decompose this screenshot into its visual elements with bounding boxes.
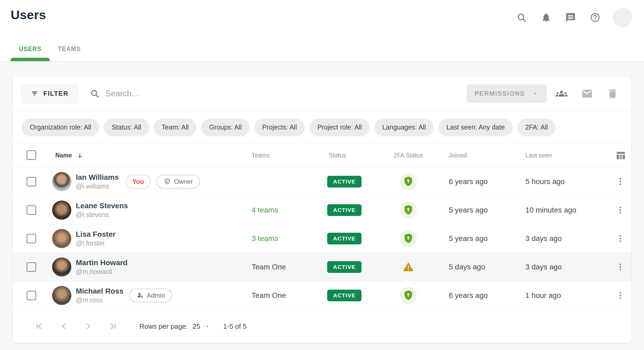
page-title: Users: [11, 7, 46, 22]
rows-per-page-label: Rows per page:: [139, 322, 188, 331]
chevron-down-icon: [532, 90, 539, 97]
status-badge: ACTIVE: [327, 290, 362, 301]
prev-page-icon[interactable]: [58, 320, 70, 332]
chip-groups[interactable]: Groups: All: [201, 119, 250, 136]
column-header-joined: Joined: [434, 152, 525, 159]
first-page-icon[interactable]: [34, 320, 45, 332]
row-menu-icon[interactable]: [616, 232, 629, 245]
last-page-icon[interactable]: [107, 320, 119, 332]
last-seen-cell: 1 hour ago: [525, 291, 613, 300]
joined-cell: 6 years ago: [434, 177, 525, 186]
table-row: Leane Stevens @l.stevens 4 teams ACTIVE …: [13, 196, 631, 224]
status-badge: ACTIVE: [327, 233, 362, 244]
mail-icon[interactable]: [580, 86, 595, 101]
table-row: Lisa Foster @l.forster 3 teams ACTIVE 5 …: [13, 224, 631, 253]
bulk-action-icons: [554, 86, 620, 101]
user-name: Michael Ross: [76, 286, 123, 296]
row-checkbox[interactable]: [27, 177, 36, 186]
user-cell: Michael Ross @m.ross Admin: [52, 286, 250, 305]
search-input[interactable]: [105, 89, 244, 98]
row-menu-icon[interactable]: [616, 175, 629, 188]
teams-cell: Team One: [250, 263, 327, 271]
chip-last-seen[interactable]: Last seen: Any date: [438, 119, 513, 136]
avatar: [52, 172, 71, 191]
help-icon[interactable]: [588, 11, 602, 24]
row-checkbox[interactable]: [27, 262, 36, 272]
rows-per-page-select[interactable]: 25: [193, 322, 210, 331]
user-handle: @m.howard: [76, 267, 127, 276]
row-menu-icon[interactable]: [616, 289, 629, 302]
row-checkbox[interactable]: [27, 234, 36, 243]
search-icon[interactable]: [515, 11, 529, 24]
status-badge: ACTIVE: [327, 261, 362, 273]
chip-languages[interactable]: Languages: All: [374, 119, 434, 136]
2fa-enabled-icon: [400, 287, 417, 304]
column-settings-icon[interactable]: [615, 149, 629, 162]
row-menu-icon[interactable]: [616, 261, 629, 273]
tab-bar: USERS TEAMS: [11, 37, 89, 61]
avatar: [52, 201, 71, 220]
permissions-label: PERMISSIONS: [475, 90, 525, 97]
topbar-actions: [515, 7, 632, 28]
user-handle: @l.forster: [76, 239, 115, 248]
teams-link[interactable]: 4 teams: [252, 206, 278, 214]
column-header-teams: Teams: [250, 152, 327, 159]
last-seen-cell: 3 days ago: [525, 234, 613, 243]
groups-icon[interactable]: [554, 86, 569, 101]
joined-cell: 5 years ago: [434, 206, 525, 214]
user-name: Martin Howard: [76, 258, 127, 267]
user-cell: Martin Howard @m.howard: [52, 257, 250, 277]
chip-status[interactable]: Status: All: [104, 119, 149, 136]
row-checkbox[interactable]: [27, 205, 36, 215]
joined-cell: 5 years ago: [434, 234, 525, 243]
select-all-checkbox[interactable]: [27, 150, 36, 160]
table-row: Ian Williams @i.williams You Owner ACTIV…: [13, 168, 631, 196]
2fa-warning-icon: [402, 261, 414, 273]
tab-teams[interactable]: TEAMS: [50, 37, 89, 61]
last-seen-cell: 5 hours ago: [525, 177, 613, 186]
topbar: Users USERS TEAMS: [0, 0, 644, 61]
shield-check-icon: [164, 178, 171, 185]
last-seen-cell: 10 minutes ago: [525, 206, 613, 214]
user-name: Lisa Foster: [76, 230, 115, 239]
table-row: Martin Howard @m.howard Team One ACTIVE …: [13, 253, 631, 281]
joined-cell: 5 days ago: [434, 263, 525, 271]
chip-project-role[interactable]: Project role: All: [309, 119, 370, 136]
user-handle: @m.ross: [76, 296, 123, 305]
chip-2fa[interactable]: 2FA: All: [517, 119, 556, 136]
column-header-name[interactable]: Name: [52, 152, 250, 159]
trash-icon[interactable]: [605, 86, 620, 101]
search-icon: [90, 89, 99, 98]
next-page-icon[interactable]: [82, 320, 94, 332]
table-row: Michael Ross @m.ross Admin Team One ACTI…: [13, 281, 631, 310]
2fa-enabled-icon: [400, 173, 417, 190]
toolbar-actions: PERMISSIONS: [467, 84, 620, 103]
chip-projects[interactable]: Projects: All: [254, 119, 305, 136]
notifications-icon[interactable]: [539, 11, 553, 24]
teams-link[interactable]: 3 teams: [252, 234, 278, 243]
filter-chips: Organization role: All Status: All Team:…: [13, 111, 631, 144]
chevron-down-icon: [205, 323, 210, 329]
sort-desc-icon: [76, 152, 83, 159]
filter-button-label: FILTER: [43, 90, 68, 97]
last-seen-cell: 3 days ago: [525, 263, 613, 271]
you-badge: You: [126, 175, 151, 189]
messages-icon[interactable]: [564, 11, 577, 24]
table-header: Name Teams Status 2FA Status Joined Last…: [13, 144, 631, 168]
user-avatar[interactable]: [613, 8, 632, 27]
permissions-dropdown[interactable]: PERMISSIONS: [467, 84, 547, 103]
row-checkbox[interactable]: [27, 291, 36, 300]
joined-cell: 6 years ago: [434, 291, 525, 300]
user-handle: @l.stevens: [76, 210, 128, 219]
person-gear-icon: [136, 292, 144, 299]
chip-team[interactable]: Team: All: [154, 119, 197, 136]
avatar: [52, 257, 71, 277]
filter-icon: [31, 90, 39, 98]
row-menu-icon[interactable]: [616, 204, 629, 216]
chip-organization-role[interactable]: Organization role: All: [22, 119, 99, 136]
column-header-last-seen: Last seen: [525, 152, 613, 159]
search-box: [90, 89, 244, 98]
filter-button[interactable]: FILTER: [21, 84, 78, 103]
user-name: Ian Williams: [76, 173, 119, 182]
tab-users[interactable]: USERS: [11, 37, 50, 61]
